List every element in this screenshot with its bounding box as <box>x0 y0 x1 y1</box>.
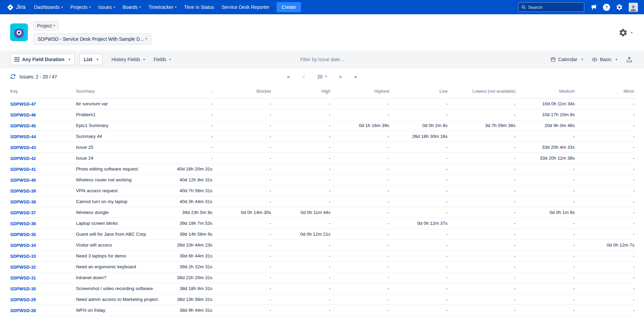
duration-cell: - <box>271 261 330 272</box>
issue-key-link[interactable]: SDPWSD-33 <box>10 254 36 259</box>
field-duration-dropdown[interactable]: Any Field Duration ▾ <box>10 54 75 65</box>
duration-cell: - <box>448 175 515 185</box>
issue-key-link[interactable]: SDPWSD-28 <box>10 308 36 313</box>
duration-cell: - <box>515 218 575 229</box>
nav-item-service-desk-reporter[interactable]: Service Desk Reporter <box>218 0 273 14</box>
issue-key-link[interactable]: SDPWSD-29 <box>10 297 36 302</box>
duration-cell: 39d 6h 44m 31s <box>171 251 212 261</box>
duration-cell: - <box>515 229 575 240</box>
issue-summary: Guest wifi for Jane from ABC Corp <box>76 229 171 240</box>
duration-cell: - <box>515 283 575 294</box>
duration-cell: - <box>330 251 389 261</box>
issue-date-filter-input[interactable]: Filter by issue date... <box>300 57 344 62</box>
column-header-blocker[interactable]: Blocker <box>212 85 271 98</box>
issue-key-link[interactable]: SDPWSD-40 <box>10 178 36 183</box>
issue-key-link[interactable]: SDPWSD-32 <box>10 265 36 270</box>
duration-cell: - <box>515 164 575 175</box>
duration-cell: - <box>212 283 271 294</box>
issue-key-link[interactable]: SDPWSD-37 <box>10 210 36 215</box>
duration-cell: - <box>330 229 389 240</box>
issue-key-link[interactable]: SDPWSD-42 <box>10 156 36 161</box>
column-header-dash[interactable]: - <box>171 85 212 98</box>
issue-key-link[interactable]: SDPWSD-36 <box>10 221 36 226</box>
column-header-highest[interactable]: Highest <box>330 85 389 98</box>
issue-key-link[interactable]: SDPWSD-41 <box>10 167 36 172</box>
view-type-dropdown[interactable]: List ▾ <box>79 54 102 65</box>
nav-item-projects[interactable]: Projects▾ <box>67 0 94 14</box>
prev-page-button[interactable]: < <box>302 74 305 79</box>
nav-item-label: Projects <box>70 4 88 10</box>
view-mode-dropdown[interactable]: Basic ▾ <box>592 57 617 62</box>
duration-cell: 40d 16h 20m 31s <box>171 164 212 175</box>
duration-cell: - <box>212 272 271 283</box>
duration-cell: - <box>271 283 330 294</box>
issue-summary: Cannot turn on my laptop <box>76 196 171 207</box>
column-header-summary[interactable]: Summary <box>76 85 171 98</box>
duration-cell: - <box>389 240 448 251</box>
issue-key-link[interactable]: SDPWSD-45 <box>10 123 36 128</box>
export-icon[interactable] <box>626 56 632 63</box>
duration-cell: - <box>515 251 575 261</box>
issue-key-link[interactable]: SDPWSD-35 <box>10 232 36 237</box>
project-select[interactable]: SDPWSD - Service Desk Project With Sampl… <box>33 33 151 45</box>
duration-cell: - <box>212 261 271 272</box>
refresh-icon[interactable] <box>10 74 16 79</box>
next-page-button[interactable]: > <box>339 74 342 79</box>
project-scope-dropdown[interactable]: Project ▾ <box>33 21 59 31</box>
user-avatar[interactable] <box>629 3 638 12</box>
column-header-key[interactable]: Key <box>10 85 76 98</box>
last-page-button[interactable]: » <box>354 74 357 79</box>
megaphone-icon[interactable] <box>590 4 597 11</box>
issue-key-link[interactable]: SDPWSD-39 <box>10 188 36 194</box>
table-row: SDPWSD-29Need admin access to Marketing … <box>10 294 634 305</box>
table-row: SDPWSD-47bir sorunum var------10d 0h 11m… <box>10 98 634 109</box>
issue-summary: bir sorunum var <box>76 98 171 109</box>
nav-item-issues[interactable]: Issues▾ <box>94 0 119 14</box>
column-header-lowest-not-available[interactable]: Lowest (not available) <box>448 85 515 98</box>
history-fields-dropdown[interactable]: History Fields ▾ <box>111 57 145 62</box>
duration-cell: - <box>271 175 330 185</box>
duration-cell: - <box>448 207 515 218</box>
issue-key-link[interactable]: SDPWSD-38 <box>10 199 36 204</box>
gear-icon[interactable] <box>616 4 623 11</box>
create-button[interactable]: Create <box>277 2 301 12</box>
column-header-minor[interactable]: Minor <box>575 85 634 98</box>
nav-item-dashboards[interactable]: Dashboards▾ <box>30 0 67 14</box>
calendar-dropdown[interactable]: Calendar ▾ <box>550 57 583 62</box>
duration-cell: - <box>575 142 634 153</box>
column-header-high[interactable]: High <box>271 85 330 98</box>
table-row: SDPWSD-36Laptop screen blinks39d 19h 7m … <box>10 218 634 229</box>
first-page-button[interactable]: « <box>287 74 290 79</box>
duration-cell: - <box>330 164 389 175</box>
duration-cell: - <box>389 294 448 305</box>
duration-cell: - <box>575 196 634 207</box>
top-navbar: Jira Dashboards▾Projects▾Issues▾Boards▾T… <box>0 0 644 14</box>
search-input[interactable] <box>528 5 581 10</box>
help-icon[interactable]: ? <box>603 4 610 11</box>
nav-item-time-in-status[interactable]: Time in Status <box>180 0 218 14</box>
duration-cell: - <box>575 120 634 131</box>
nav-item-boards[interactable]: Boards▾ <box>119 0 145 14</box>
issue-summary: VPN access request <box>76 185 171 196</box>
duration-cell: - <box>271 251 330 261</box>
issue-key-link[interactable]: SDPWSD-30 <box>10 286 36 291</box>
issue-key-link[interactable]: SDPWSD-43 <box>10 145 36 150</box>
issue-key-link[interactable]: SDPWSD-44 <box>10 134 36 139</box>
duration-cell: - <box>271 294 330 305</box>
column-header-low[interactable]: Low <box>389 85 448 98</box>
issue-key-link[interactable]: SDPWSD-47 <box>10 102 36 107</box>
duration-cell: 40d 12h 8m 31s <box>171 175 212 185</box>
nav-item-timetracker[interactable]: Timetracker▾ <box>145 0 180 14</box>
column-header-medium[interactable]: Medium <box>515 85 575 98</box>
duration-cell: - <box>271 305 330 316</box>
project-settings-dropdown[interactable]: ▾ <box>619 28 632 37</box>
duration-cell: - <box>515 240 575 251</box>
page-size-select[interactable]: 20 ▾ <box>317 74 327 79</box>
issue-summary: Intranet down? <box>76 272 171 283</box>
duration-cell: - <box>515 131 575 142</box>
issue-key-link[interactable]: SDPWSD-34 <box>10 243 36 248</box>
issue-key-link[interactable]: SDPWSD-31 <box>10 275 36 281</box>
jira-logo[interactable]: Jira <box>7 4 25 11</box>
issue-key-link[interactable]: SDPWSD-46 <box>10 112 36 118</box>
fields-dropdown[interactable]: Fields ▾ <box>154 57 171 62</box>
